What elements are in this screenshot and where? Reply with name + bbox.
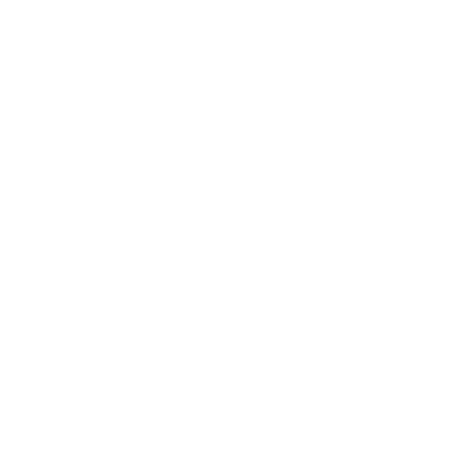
chart-svg [0,0,476,476]
chart-canvas [0,0,476,476]
